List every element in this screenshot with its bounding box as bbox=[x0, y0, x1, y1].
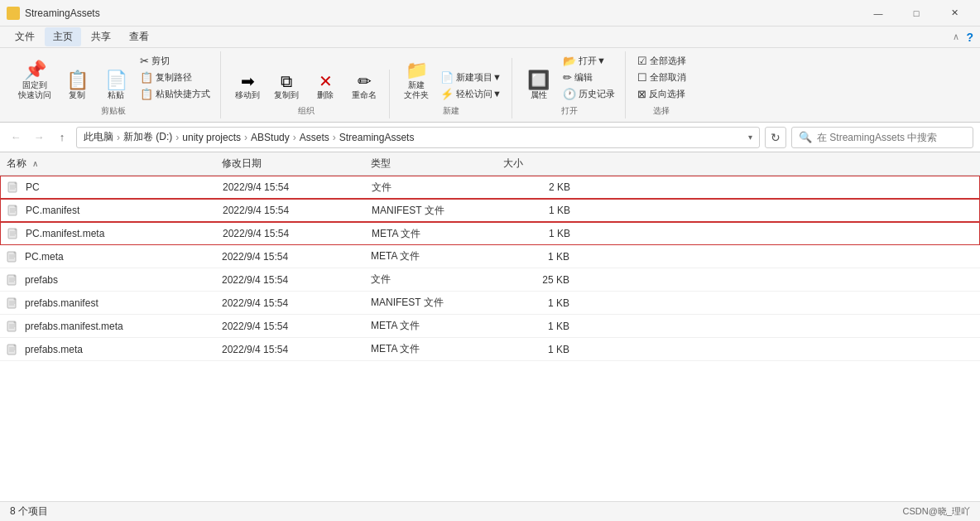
copy-path-button[interactable]: 📋 复制路径 bbox=[137, 70, 214, 85]
edit-button[interactable]: ✏ 编辑 bbox=[560, 70, 618, 85]
paste-button[interactable]: 📄 粘贴 bbox=[98, 70, 134, 102]
paste-shortcut-button[interactable]: 📋 粘贴快捷方式 bbox=[137, 86, 214, 102]
title-bar-left: StreamingAssets bbox=[7, 7, 100, 20]
file-icon bbox=[7, 204, 21, 217]
file-icon bbox=[7, 273, 20, 287]
file-list-header[interactable]: 名称 ∧ 修改日期 类型 大小 bbox=[0, 152, 980, 176]
move-button[interactable]: ➡ 移动到 bbox=[229, 71, 266, 102]
path-drive[interactable]: 新加卷 (D:) bbox=[123, 130, 172, 144]
minimize-button[interactable]: — bbox=[859, 0, 897, 27]
file-list: 名称 ∧ 修改日期 类型 大小 bbox=[0, 152, 980, 501]
refresh-button[interactable]: ↻ bbox=[765, 127, 786, 148]
address-path[interactable]: 此电脑 › 新加卷 (D:) › unity projects › ABStud… bbox=[76, 127, 760, 148]
header-date[interactable]: 修改日期 bbox=[222, 157, 371, 171]
file-type: META 文件 bbox=[371, 342, 503, 356]
header-name[interactable]: 名称 ∧ bbox=[7, 157, 222, 171]
select-col: ☑ 全部选择 ☐ 全部取消 ⊠ 反向选择 bbox=[634, 53, 689, 102]
ribbon-group-clipboard: 📌 固定到快速访问 📋 复制 📄 粘贴 ✂ 剪切 📋 bbox=[7, 51, 221, 118]
header-size[interactable]: 大小 bbox=[503, 157, 569, 171]
pin-button[interactable]: 📌 固定到快速访问 bbox=[13, 60, 56, 102]
copy-to-icon: ⧉ bbox=[281, 73, 292, 89]
file-type: 文件 bbox=[372, 181, 504, 195]
invert-select-icon: ⊠ bbox=[637, 88, 646, 100]
rename-icon: ✏ bbox=[358, 73, 372, 89]
select-none-button[interactable]: ☐ 全部取消 bbox=[634, 70, 689, 85]
new-folder-button[interactable]: 📁 新建文件夹 bbox=[398, 60, 435, 102]
file-date: 2022/9/4 15:54 bbox=[223, 181, 372, 193]
history-button[interactable]: 🕐 历史记录 bbox=[560, 86, 618, 102]
table-row[interactable]: prefabs.manifest 2022/9/4 15:54 MANIFEST… bbox=[0, 292, 980, 315]
path-assets[interactable]: Assets bbox=[300, 132, 329, 143]
properties-button[interactable]: 🔲 属性 bbox=[521, 70, 557, 102]
rename-button[interactable]: ✏ 重命名 bbox=[346, 71, 382, 102]
select-all-button[interactable]: ☑ 全部选择 bbox=[634, 53, 689, 69]
path-computer[interactable]: 此电脑 bbox=[84, 130, 113, 144]
table-row[interactable]: prefabs 2022/9/4 15:54 文件 25 KB bbox=[0, 268, 980, 292]
path-dropdown-arrow[interactable]: ▾ bbox=[748, 133, 752, 142]
forward-button[interactable]: → bbox=[30, 128, 48, 147]
edit-icon: ✏ bbox=[563, 71, 572, 84]
select-buttons: ☑ 全部选择 ☐ 全部取消 ⊠ 反向选择 bbox=[634, 53, 689, 102]
table-row[interactable]: PC.manifest.meta 2022/9/4 15:54 META 文件 … bbox=[0, 222, 980, 245]
cut-button[interactable]: ✂ 剪切 bbox=[137, 53, 214, 69]
file-name: PC.manifest.meta bbox=[26, 228, 104, 239]
path-streaming[interactable]: StreamingAssets bbox=[339, 132, 415, 143]
open-button[interactable]: 📂 打开▼ bbox=[560, 53, 618, 69]
file-name: prefabs bbox=[25, 274, 58, 286]
header-type[interactable]: 类型 bbox=[371, 157, 503, 171]
menu-view[interactable]: 查看 bbox=[121, 27, 157, 46]
window-controls: — □ ✕ bbox=[859, 0, 973, 27]
file-size: 1 KB bbox=[503, 251, 569, 263]
file-rows-container: PC 2022/9/4 15:54 文件 2 KB PC.manifest bbox=[0, 176, 980, 361]
file-name: prefabs.meta bbox=[25, 344, 83, 355]
file-icon bbox=[7, 320, 20, 333]
ribbon-group-open: 🔲 属性 📂 打开▼ ✏ 编辑 🕐 历史记录 打开 bbox=[514, 51, 626, 118]
table-row[interactable]: PC 2022/9/4 15:54 文件 2 KB bbox=[0, 176, 980, 199]
folder-icon bbox=[7, 7, 20, 20]
path-abstudy[interactable]: ABStudy bbox=[251, 132, 290, 143]
back-button[interactable]: ← bbox=[7, 128, 25, 147]
menu-home[interactable]: 主页 bbox=[45, 27, 81, 46]
search-box: 🔍 bbox=[791, 127, 973, 148]
close-button[interactable]: ✕ bbox=[935, 0, 973, 27]
history-icon: 🕐 bbox=[563, 88, 576, 100]
ribbon-group-new: 📁 新建文件夹 📄 新建项目▼ ⚡ 轻松访问▼ 新建 bbox=[392, 58, 512, 118]
path-projects[interactable]: unity projects bbox=[182, 132, 241, 143]
paste-shortcut-icon: 📋 bbox=[140, 88, 153, 100]
organize-buttons: ➡ 移动到 ⧉ 复制到 ✕ 删除 ✏ 重命名 bbox=[229, 71, 382, 102]
ribbon-toggle[interactable]: ∧ bbox=[953, 31, 959, 42]
new-item-button[interactable]: 📄 新建项目▼ bbox=[437, 70, 505, 85]
file-type: META 文件 bbox=[372, 227, 504, 241]
clipboard-label: 剪贴板 bbox=[101, 105, 126, 117]
help-button[interactable]: ? bbox=[966, 31, 973, 44]
copy-to-button[interactable]: ⧉ 复制到 bbox=[268, 71, 305, 102]
ribbon-group-select: ☑ 全部选择 ☐ 全部取消 ⊠ 反向选择 选择 bbox=[627, 51, 696, 118]
file-date: 2022/9/4 15:54 bbox=[223, 228, 372, 239]
table-row[interactable]: PC.meta 2022/9/4 15:54 META 文件 1 KB bbox=[0, 245, 980, 268]
up-button[interactable]: ↑ bbox=[53, 128, 71, 147]
table-row[interactable]: PC.manifest 2022/9/4 15:54 MANIFEST 文件 1… bbox=[0, 199, 980, 222]
menu-bar: 文件 主页 共享 查看 ∧ ? bbox=[0, 27, 980, 48]
menu-file[interactable]: 文件 bbox=[7, 27, 43, 46]
select-all-icon: ☑ bbox=[637, 55, 647, 67]
file-date: 2022/9/4 15:54 bbox=[222, 274, 371, 286]
menu-share[interactable]: 共享 bbox=[83, 27, 119, 46]
paste-icon: 📄 bbox=[105, 71, 127, 89]
search-input[interactable] bbox=[817, 132, 966, 143]
delete-button[interactable]: ✕ 删除 bbox=[307, 71, 343, 102]
ribbon: 📌 固定到快速访问 📋 复制 📄 粘贴 ✂ 剪切 📋 bbox=[0, 48, 980, 123]
delete-icon: ✕ bbox=[319, 73, 333, 89]
table-row[interactable]: prefabs.meta 2022/9/4 15:54 META 文件 1 KB bbox=[0, 338, 980, 361]
copy-button[interactable]: 📋 复制 bbox=[59, 70, 95, 102]
new-item-icon: 📄 bbox=[440, 71, 454, 84]
file-size: 2 KB bbox=[504, 181, 570, 193]
table-row[interactable]: prefabs.manifest.meta 2022/9/4 15:54 MET… bbox=[0, 315, 980, 338]
file-type: MANIFEST 文件 bbox=[371, 296, 503, 310]
invert-select-button[interactable]: ⊠ 反向选择 bbox=[634, 86, 689, 102]
easy-access-button[interactable]: ⚡ 轻松访问▼ bbox=[437, 86, 505, 102]
content-area: 名称 ∧ 修改日期 类型 大小 bbox=[0, 152, 980, 501]
maximize-button[interactable]: □ bbox=[897, 0, 935, 27]
file-size: 1 KB bbox=[503, 321, 569, 332]
file-name: PC.meta bbox=[25, 251, 64, 263]
file-type: META 文件 bbox=[371, 319, 503, 333]
